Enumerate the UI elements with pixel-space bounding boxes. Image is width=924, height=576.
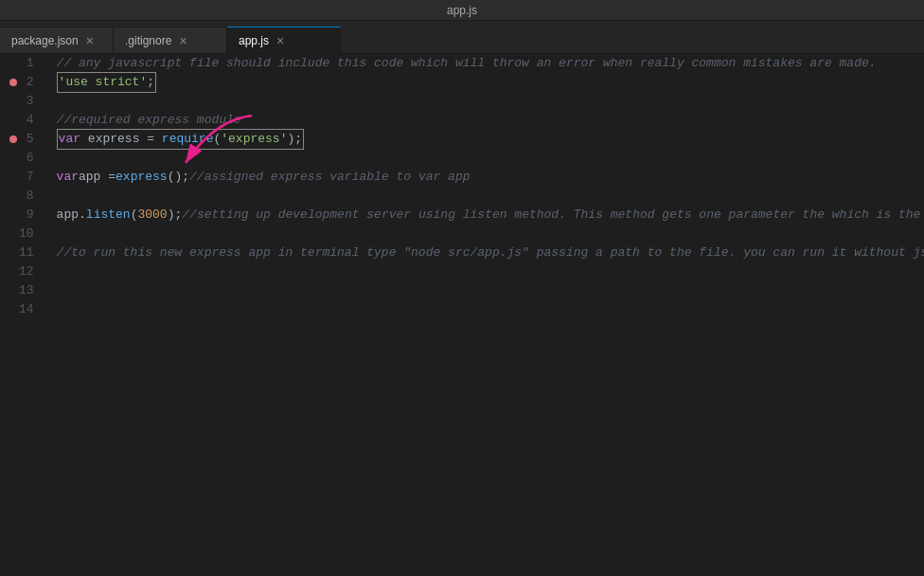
tab-label-app-js: app.js bbox=[239, 34, 269, 47]
use-strict-string: 'use strict' bbox=[59, 75, 148, 89]
line-num-2: 2 bbox=[19, 73, 44, 92]
title-bar-text: app.js bbox=[447, 4, 477, 17]
code-comment-1: // any javascript file should include th… bbox=[57, 54, 877, 73]
tab-close-app-js[interactable]: × bbox=[276, 34, 284, 47]
line-num-13: 13 bbox=[19, 281, 44, 300]
use-strict-selection: 'use strict'; bbox=[57, 72, 156, 93]
code-line-14 bbox=[53, 300, 924, 319]
breakpoint-5 bbox=[9, 135, 17, 143]
line-num-11: 11 bbox=[19, 243, 44, 262]
editor: 1 2 3 4 5 6 7 8 9 10 11 12 13 14 // any … bbox=[0, 54, 924, 576]
code-line-10 bbox=[53, 225, 924, 243]
code-line-7: var app = express (); //assigned express… bbox=[53, 168, 924, 187]
tab-gitignore[interactable]: .gitignore × bbox=[114, 27, 227, 53]
code-line-12 bbox=[53, 262, 924, 281]
tab-package-json[interactable]: package.json × bbox=[0, 27, 114, 53]
code-comment-4: //required express module bbox=[57, 111, 241, 130]
tab-bar: package.json × .gitignore × app.js × bbox=[0, 21, 924, 54]
code-line-13 bbox=[53, 281, 924, 300]
require-express-selection: var express = require('express'); bbox=[57, 129, 304, 150]
tab-close-gitignore[interactable]: × bbox=[179, 34, 187, 47]
line-num-12: 12 bbox=[19, 262, 44, 281]
tab-app-js[interactable]: app.js × bbox=[227, 27, 341, 53]
line-num-5: 5 bbox=[19, 130, 44, 149]
code-line-2: 'use strict'; bbox=[53, 73, 924, 92]
line-num-7: 7 bbox=[19, 168, 44, 187]
tab-label-gitignore: .gitignore bbox=[125, 34, 171, 47]
code-line-6 bbox=[53, 149, 924, 168]
code-line-5: var express = require('express'); bbox=[53, 130, 924, 149]
code-comment-11: //to run this new express app in termina… bbox=[57, 243, 924, 262]
line-num-9: 9 bbox=[19, 206, 44, 225]
title-bar: app.js bbox=[0, 0, 924, 21]
line-num-14: 14 bbox=[19, 300, 44, 319]
code-line-1: // any javascript file should include th… bbox=[53, 54, 924, 73]
tab-close-package-json[interactable]: × bbox=[86, 34, 94, 47]
line-number-gutter: 1 2 3 4 5 6 7 8 9 10 11 12 13 14 bbox=[0, 54, 53, 576]
breakpoint-2 bbox=[9, 79, 17, 86]
code-line-9: app.listen(3000); //setting up developme… bbox=[53, 206, 924, 225]
code-area[interactable]: // any javascript file should include th… bbox=[53, 54, 924, 576]
line-num-3: 3 bbox=[19, 92, 44, 111]
code-line-3 bbox=[53, 92, 924, 111]
line-num-8: 8 bbox=[19, 187, 44, 206]
code-line-11: //to run this new express app in termina… bbox=[53, 243, 924, 262]
line-num-10: 10 bbox=[19, 225, 44, 243]
line-num-1: 1 bbox=[19, 54, 44, 73]
tab-label-package-json: package.json bbox=[11, 34, 79, 47]
code-line-8 bbox=[53, 187, 924, 206]
line-num-6: 6 bbox=[19, 149, 44, 168]
line-num-4: 4 bbox=[19, 111, 44, 130]
code-line-4: //required express module bbox=[53, 111, 924, 130]
